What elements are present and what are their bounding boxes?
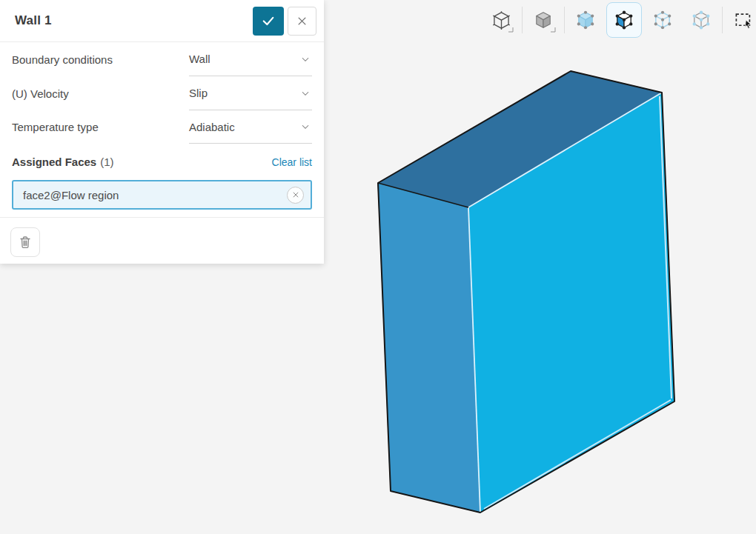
toolbar-divider	[564, 7, 565, 33]
clear-list-link[interactable]: Clear list	[272, 156, 312, 168]
remove-face-button[interactable]	[287, 187, 304, 204]
boundary-condition-panel: Wall 1 Boundary conditions Wall	[0, 0, 324, 264]
boundary-conditions-select[interactable]: Wall	[189, 42, 312, 76]
panel-footer	[0, 218, 324, 264]
velocity-value: Slip	[189, 87, 300, 99]
select-vertices-cube-icon	[692, 10, 711, 30]
velocity-label: (U) Velocity	[12, 76, 189, 110]
checkmark-icon	[261, 13, 276, 28]
box-select-icon	[734, 10, 754, 30]
geometry-face-left[interactable]	[378, 183, 480, 513]
form-row-temperature-type: Temperature type Adiabatic	[12, 110, 312, 144]
flyout-corner-icon	[508, 27, 514, 33]
delete-button[interactable]	[10, 227, 40, 257]
cancel-button[interactable]	[288, 7, 316, 36]
select-volumes-cube-icon	[576, 10, 595, 30]
boundary-conditions-value: Wall	[189, 53, 300, 65]
toolbar-solid-view-button[interactable]	[525, 2, 561, 38]
remove-face-x-icon	[292, 191, 299, 198]
assigned-faces-count: (1)	[100, 156, 113, 168]
assigned-face-name: face2@Flow region	[23, 189, 287, 201]
toolbar-divider	[522, 7, 523, 33]
toolbar-box-select-button[interactable]	[726, 2, 756, 38]
form-row-boundary-conditions: Boundary conditions Wall	[12, 42, 312, 76]
toolbar-divider	[722, 7, 723, 33]
velocity-select[interactable]: Slip	[189, 76, 312, 110]
assigned-faces-label: Assigned Faces	[12, 156, 96, 168]
view-toolbar	[483, 2, 756, 38]
toolbar-select-volumes-button[interactable]	[568, 2, 603, 38]
toolbar-select-edges-button[interactable]	[645, 2, 680, 38]
close-icon	[296, 16, 308, 27]
trash-icon	[18, 235, 33, 250]
toolbar-wireframe-view-button[interactable]	[483, 2, 519, 38]
chevron-down-icon	[300, 121, 311, 132]
header-actions	[253, 7, 316, 36]
select-edges-cube-icon	[653, 10, 672, 30]
flyout-corner-icon	[550, 27, 556, 33]
confirm-button[interactable]	[253, 7, 284, 36]
assigned-faces-header: Assigned Faces (1) Clear list	[12, 144, 312, 180]
panel-form: Boundary conditions Wall (U) Velocity Sl…	[0, 42, 324, 210]
chevron-down-icon	[300, 88, 311, 99]
chevron-down-icon	[300, 54, 311, 64]
temperature-type-value: Adiabatic	[189, 121, 300, 133]
boundary-conditions-label: Boundary conditions	[12, 42, 189, 76]
toolbar-select-vertices-button[interactable]	[683, 2, 719, 38]
select-faces-cube-icon	[614, 10, 634, 30]
form-row-velocity: (U) Velocity Slip	[12, 76, 312, 110]
panel-header: Wall 1	[0, 0, 324, 42]
temperature-type-select[interactable]: Adiabatic	[189, 110, 312, 144]
temperature-type-label: Temperature type	[12, 110, 189, 144]
page-title: Wall 1	[15, 13, 52, 28]
assigned-face-item[interactable]: face2@Flow region	[12, 180, 312, 210]
toolbar-select-faces-button[interactable]	[606, 2, 642, 38]
